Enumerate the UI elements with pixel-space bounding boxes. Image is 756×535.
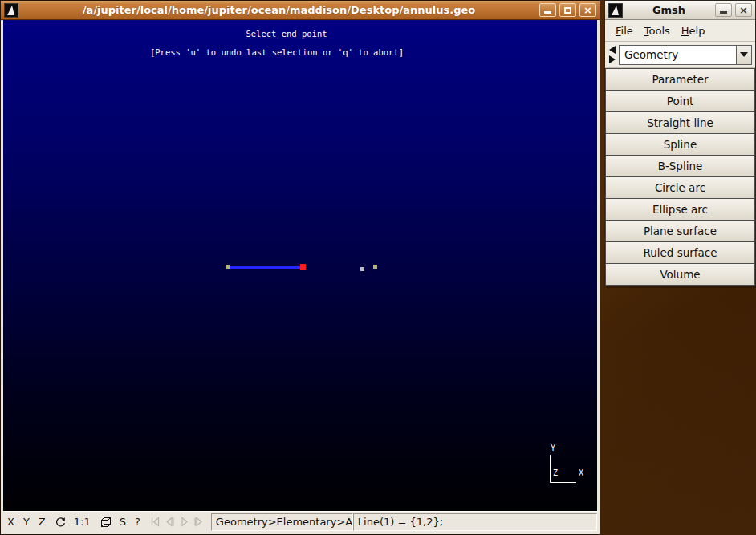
status-bar: X Y Z 1:1 S ? [2,511,599,532]
close-button[interactable]: × [579,3,596,17]
minimize-button[interactable] [539,3,556,17]
close-button[interactable]: × [735,3,752,17]
minimize-button[interactable] [715,3,732,17]
geometry-point-free[interactable] [373,265,377,269]
chevron-down-icon [740,52,748,57]
prompt-help-text: [Press 'u' to undo last selection or 'q'… [150,47,404,57]
desktop: { "main_window": { "title": "/a/jupiter/… [0,0,756,535]
module-path-text: Geometry>Elementary>A [216,516,352,528]
menu-tools[interactable]: Tools [639,22,676,39]
gl-canvas[interactable]: Select end point [Press 'u' to undo last… [3,20,597,511]
menu-bar: File Tools Help [605,20,755,42]
gmsh-window-titlebar[interactable]: Gmsh × [605,1,755,20]
geometry-line[interactable] [228,266,301,269]
button-volume[interactable]: Volume [605,263,755,286]
back-arrow-icon [609,46,616,54]
graphics-window-titlebar[interactable]: /a/jupiter/local/home/jupiter/ocean/madd… [1,1,600,20]
module-dropdown-value: Geometry [620,48,736,61]
geometry-actions: Parameter Point Straight line Spline B-S… [605,68,755,286]
scale-1-1-button[interactable]: 1:1 [74,517,91,527]
view-x-button[interactable]: X [7,517,14,527]
gmsh-logo-icon [608,3,623,18]
forward-arrow-icon [609,55,616,63]
graphics-window-title: /a/jupiter/local/home/jupiter/ocean/madd… [18,4,539,16]
gmsh-window-title: Gmsh [623,4,715,16]
menu-help[interactable]: Help [676,22,711,39]
anim-rewind-icon[interactable] [149,516,161,528]
window-bottom-frame [1,532,600,534]
close-icon: × [739,5,748,15]
view-y-button[interactable]: Y [23,517,30,527]
axis-z-label: Z [553,468,558,477]
button-ruled-surface[interactable]: Ruled surface [605,241,755,264]
gmsh-logo-icon [4,3,18,18]
command-text: Line(1) = {1,2}; [358,516,443,528]
button-parameter[interactable]: Parameter [605,68,755,91]
module-dropdown[interactable]: Geometry [619,45,752,65]
button-circle-arc[interactable]: Circle arc [605,176,755,199]
maximize-button[interactable] [559,3,576,17]
help-question-button[interactable]: ? [135,517,140,527]
projection-cube-icon[interactable] [100,516,112,529]
anim-step-back-icon[interactable] [164,516,176,528]
module-chooser-row: Geometry [605,42,755,68]
anim-step-forward-icon[interactable] [193,516,205,528]
minimize-icon [720,11,727,14]
axis-y-label: Y [551,444,555,452]
dropdown-arrow-button[interactable] [736,46,751,64]
close-icon: × [583,5,592,15]
menu-file[interactable]: File [610,22,639,39]
button-spline[interactable]: Spline [605,133,755,156]
shading-s-button[interactable]: S [120,517,126,527]
button-straight-line[interactable]: Straight line [605,111,755,134]
anim-play-icon[interactable] [178,516,190,528]
graphics-window: /a/jupiter/local/home/jupiter/ocean/madd… [0,0,600,535]
geometry-point-highlight[interactable] [360,267,364,271]
axes-indicator: Y Z X [543,442,587,487]
button-point[interactable]: Point [605,90,755,112]
button-b-spline[interactable]: B-Spline [605,155,755,177]
module-back-forward-arrows[interactable] [608,45,617,64]
canvas-frame: Select end point [Press 'u' to undo last… [1,20,600,511]
geometry-point-start[interactable] [226,265,230,269]
button-ellipse-arc[interactable]: Ellipse arc [605,198,755,221]
maximize-icon [564,7,571,14]
axis-x-label: X [579,468,583,477]
command-field[interactable]: Line(1) = {1,2}; [353,513,597,531]
button-plane-surface[interactable]: Plane surface [605,220,755,242]
geometry-point-selected[interactable] [300,264,306,270]
prompt-text: Select end point [246,29,327,39]
gmsh-menu-window: Gmsh × File Tools Help Geometry Paramete… [604,0,756,286]
module-path-field[interactable]: Geometry>Elementary>A [211,513,353,531]
view-z-button[interactable]: Z [39,517,46,527]
rotation-reset-icon[interactable] [55,516,67,528]
minimize-icon [544,11,551,14]
